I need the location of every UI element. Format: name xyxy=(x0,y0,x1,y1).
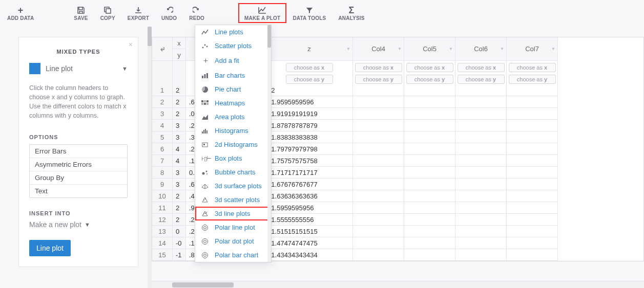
line-plot-button[interactable]: Line plot xyxy=(29,240,71,256)
plot-menu-item-pie-chart[interactable]: Pie chart xyxy=(195,82,271,96)
cell-col4-7[interactable] xyxy=(353,155,404,167)
cell-col4-2[interactable] xyxy=(353,96,404,108)
option-text[interactable]: Text xyxy=(30,185,127,197)
cell-col6-8[interactable] xyxy=(455,167,507,179)
cell-col6-2[interactable] xyxy=(455,96,507,108)
cell-x-8[interactable]: 3 xyxy=(173,167,186,179)
cell-col7-11[interactable] xyxy=(507,202,558,214)
cell-z-10[interactable]: -1.63636363636 xyxy=(266,190,353,202)
cell-col5-5[interactable] xyxy=(404,131,455,143)
cell-z-14[interactable]: -1.47474747475 xyxy=(266,237,353,249)
row-number[interactable]: 7 xyxy=(152,155,173,167)
cell-z-5[interactable]: -1.83838383838 xyxy=(266,131,353,143)
redo-button[interactable]: REDO xyxy=(183,3,211,23)
cell-col4-14[interactable] xyxy=(353,237,404,249)
menu-scrollbar[interactable] xyxy=(267,25,271,262)
cell-col7-2[interactable] xyxy=(507,96,558,108)
cell-col5-3[interactable] xyxy=(404,108,455,120)
cell-col5-6[interactable] xyxy=(404,143,455,155)
plot-menu-item-histograms[interactable]: Histograms xyxy=(195,124,271,138)
cell-col5-7[interactable] xyxy=(404,155,455,167)
cell-col6-12[interactable] xyxy=(455,214,507,226)
row-number[interactable]: 3 xyxy=(152,108,173,120)
cell-col4-3[interactable] xyxy=(353,108,404,120)
cell-col7-14[interactable] xyxy=(507,237,558,249)
col-header-Col7[interactable]: Col7▼ xyxy=(507,37,558,61)
cell-col7-3[interactable] xyxy=(507,108,558,120)
cell-col6-4[interactable] xyxy=(455,120,507,131)
cell-col6-13[interactable] xyxy=(455,226,507,237)
export-button[interactable]: EXPORT xyxy=(121,3,155,23)
cell-x-5[interactable]: 3 xyxy=(173,131,186,143)
cell-col6-1[interactable] xyxy=(455,84,507,96)
cell-x-14[interactable]: -0 xyxy=(173,237,186,249)
cell-col4-6[interactable] xyxy=(353,143,404,155)
axis-x-header[interactable]: x xyxy=(173,37,186,49)
cell-col6-5[interactable] xyxy=(455,131,507,143)
row-number[interactable]: 11 xyxy=(152,202,173,214)
cell-col6-14[interactable] xyxy=(455,237,507,249)
col-header-Col6[interactable]: Col6▼ xyxy=(455,37,507,61)
row-number[interactable]: 13 xyxy=(152,226,173,237)
cell-col4-5[interactable] xyxy=(353,131,404,143)
cell-col4-13[interactable] xyxy=(353,226,404,237)
cell-x-6[interactable]: 4 xyxy=(173,143,186,155)
cell-z-8[interactable]: -1.71717171717 xyxy=(266,167,353,179)
cell-x-3[interactable]: 2 xyxy=(173,108,186,120)
row-number[interactable]: 9 xyxy=(152,179,173,190)
plot-type-selector[interactable]: Line plot ▼ xyxy=(29,63,128,74)
copy-button[interactable]: COPY xyxy=(94,3,121,23)
cell-col5-11[interactable] xyxy=(404,202,455,214)
option-error-bars[interactable]: Error Bars xyxy=(30,145,127,158)
option-asymmetric-errors[interactable]: Asymmetric Errors xyxy=(30,158,127,171)
row-number[interactable]: 2 xyxy=(152,96,173,108)
cell-col4-11[interactable] xyxy=(353,202,404,214)
cell-col4-15[interactable] xyxy=(353,249,404,261)
cell-col7-8[interactable] xyxy=(507,167,558,179)
analysis-button[interactable]: Σ ANALYSIS xyxy=(332,3,370,23)
cell-z-1[interactable]: -2 xyxy=(266,84,353,96)
cell-z-13[interactable]: -1.51515151515 xyxy=(266,226,353,237)
plot-menu-item-scatter-plots[interactable]: Scatter plots xyxy=(195,39,271,53)
plot-menu-item-polar-line-plot[interactable]: Polar line plot xyxy=(195,220,271,234)
corner-cell[interactable] xyxy=(152,37,173,61)
plot-menu-item-polar-dot-plot[interactable]: Polar dot plot xyxy=(195,234,271,248)
row-number[interactable]: 5 xyxy=(152,131,173,143)
plot-menu-item-area-plots[interactable]: Area plots xyxy=(195,110,271,124)
cell-col7-5[interactable] xyxy=(507,131,558,143)
cell-col5-1[interactable] xyxy=(404,84,455,96)
cell-x-15[interactable]: -1 xyxy=(173,249,186,261)
save-button[interactable]: SAVE xyxy=(68,3,94,23)
cell-col7-6[interactable] xyxy=(507,143,558,155)
cell-x-12[interactable]: 2 xyxy=(173,214,186,226)
row-number[interactable]: 10 xyxy=(152,190,173,202)
cell-col7-13[interactable] xyxy=(507,226,558,237)
insert-into-selector[interactable]: Make a new plot ▼ xyxy=(29,220,128,229)
cell-z-15[interactable]: -1.43434343434 xyxy=(266,249,353,261)
cell-col5-2[interactable] xyxy=(404,96,455,108)
plot-menu-item-box-plots[interactable]: ⊦▯⊢Box plots xyxy=(195,151,271,165)
cell-col6-11[interactable] xyxy=(455,202,507,214)
cell-col5-8[interactable] xyxy=(404,167,455,179)
data-tools-button[interactable]: DATA TOOLS xyxy=(286,3,332,23)
cell-x-9[interactable]: 3 xyxy=(173,179,186,190)
row-number[interactable]: 15 xyxy=(152,249,173,261)
row-number[interactable]: 6 xyxy=(152,143,173,155)
cell-col5-13[interactable] xyxy=(404,226,455,237)
cell-col6-7[interactable] xyxy=(455,155,507,167)
cell-col5-15[interactable] xyxy=(404,249,455,261)
row-number[interactable]: 12 xyxy=(152,214,173,226)
cell-z-9[interactable]: -1.67676767677 xyxy=(266,179,353,190)
row-number[interactable]: 4 xyxy=(152,120,173,131)
axis-y-header[interactable]: y xyxy=(173,49,186,61)
cell-z-6[interactable]: -1.79797979798 xyxy=(266,143,353,155)
cell-col7-9[interactable] xyxy=(507,179,558,190)
row-number[interactable]: 8 xyxy=(152,167,173,179)
plot-menu-item-3d-surface-plots[interactable]: 3d surface plots xyxy=(195,179,271,193)
cell-col4-12[interactable] xyxy=(353,214,404,226)
col-header-Col4[interactable]: Col4▼ xyxy=(353,37,404,61)
cell-z-2[interactable]: -1.9595959596 xyxy=(266,96,353,108)
row-number[interactable]: 1 xyxy=(152,84,173,96)
cell-col4-10[interactable] xyxy=(353,190,404,202)
col-header-z[interactable]: z▼ xyxy=(266,37,353,61)
